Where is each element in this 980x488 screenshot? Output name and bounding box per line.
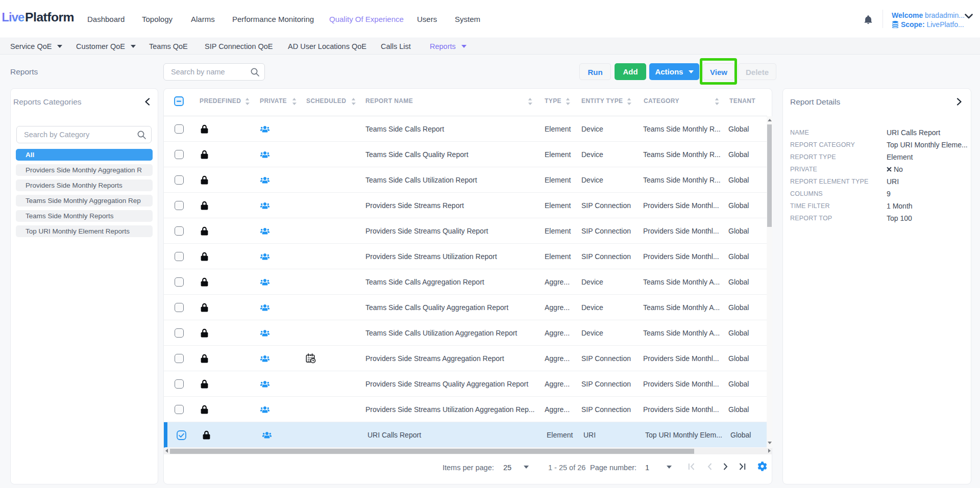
svg-text:Live: Live — [3, 10, 24, 24]
svg-text:Platform: Platform — [25, 10, 74, 24]
